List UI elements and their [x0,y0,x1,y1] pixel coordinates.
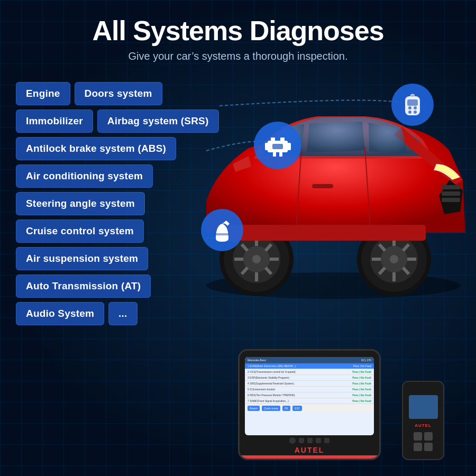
quick-erase-btn[interactable]: Quick erase [262,406,280,411]
autel-remote-device: AUTEL [402,381,444,460]
svg-point-23 [390,255,398,263]
ac-tag[interactable]: Air conditioning system [16,164,153,188]
remote-brand: AUTEL [415,423,432,428]
page-title: All Systems Diagnoses [0,16,476,46]
svg-rect-44 [407,99,418,106]
tags-container: Engine Doors system Immobilizer Airbag s… [16,82,219,325]
ok-btn[interactable]: OK [282,406,290,411]
autel-device: Mercedes-Benz VCL 270 1 ECM(Motor Electr… [238,349,386,465]
svg-rect-3 [442,185,460,189]
svg-point-47 [408,111,411,114]
svg-rect-39 [273,152,276,157]
tag-row-9: Audio System ... [16,302,219,325]
remote-btn-1[interactable] [414,432,422,441]
engine-tag[interactable]: Engine [16,82,70,105]
screen-row-2: 2 VGS(Transmission control for 9-speed) … [245,369,374,375]
home-btn[interactable] [289,437,296,444]
svg-point-11 [252,255,261,263]
remote-buttons [409,432,437,451]
svg-rect-4 [442,191,460,196]
screen-row-5: 5 IC(Instrument cluster) Pass | No Fault [245,387,374,392]
svg-rect-36 [287,143,291,150]
cruise-tag[interactable]: Cruise control system [16,219,144,243]
screen-row-1: 1 ECM(Motor Electronics (ME) MED40...) P… [245,363,374,369]
abs-tag[interactable]: Antilock brake system (ABS) [16,137,176,160]
tag-row-6: Cruise control system [16,219,219,243]
tag-row-1: Engine Doors system [16,82,219,105]
svg-rect-42 [215,233,230,235]
svg-rect-32 [222,225,426,241]
main-content: All Systems Diagnoses Give your car’s sy… [0,0,476,476]
screen-row-3: 3 ESP(Electronic Stability Program) Pass… [245,375,374,381]
suspension-tag[interactable]: Air suspension system [16,247,148,270]
svg-rect-40 [279,152,282,157]
svg-point-45 [408,106,411,109]
audio-tag[interactable]: Audio System [16,302,104,325]
transmission-tag[interactable]: Auto Transmission (AT) [16,274,151,298]
remote-screen [409,395,438,419]
steering-tag[interactable]: Steering angle system [16,192,145,215]
svg-point-48 [414,111,417,114]
esc-btn[interactable]: ESC [292,406,302,411]
immobilizer-tag[interactable]: Immobilizer [16,109,93,133]
screen-row-7: 7 SAMF(Front Signal Acquisition...) Pass… [245,398,374,404]
tag-row-8: Auto Transmission (AT) [16,274,219,298]
svg-rect-33 [312,184,333,188]
remote-btn-2[interactable] [424,432,433,441]
engine-icon-circle [254,122,301,169]
screen-row-4: 4 SRS(Supplemental Restraint System) Pas… [245,381,374,387]
key-icon-circle [391,84,434,126]
nav-btn-1[interactable] [299,438,304,443]
nav-btn-4[interactable] [324,438,329,443]
airbag-tag[interactable]: Airbag system (SRS) [97,109,219,133]
device-body: Mercedes-Benz VCL 270 1 ECM(Motor Electr… [238,349,381,460]
oil-icon-circle [201,209,243,251]
tag-row-4: Air conditioning system [16,164,219,188]
svg-rect-35 [265,143,269,150]
tag-row-2: Immobilizer Airbag system (SRS) [16,109,219,133]
tag-row-7: Air suspension system [16,247,219,270]
more-tag[interactable]: ... [108,302,137,325]
tag-row-3: Antilock brake system (ABS) [16,137,219,160]
svg-rect-38 [280,138,285,142]
remote-btn-3[interactable] [414,443,422,451]
nav-btn-3[interactable] [316,438,321,443]
device-screen-header: Mercedes-Benz VCL 270 [245,357,374,363]
device-screen: Mercedes-Benz VCL 270 1 ECM(Motor Electr… [245,357,374,435]
svg-point-46 [414,106,417,109]
report-btn[interactable]: Report [248,406,260,411]
doors-tag[interactable]: Doors system [75,82,162,105]
svg-rect-41 [272,144,283,149]
screen-row-6: 6 RDK(Tire Pressure Monitor TPM/RDK) Pas… [245,392,374,398]
remote-btn-4[interactable] [424,443,433,451]
svg-rect-37 [271,138,275,142]
device-brand-label: AUTEL [295,446,325,454]
svg-rect-5 [442,198,460,202]
nav-btn-2[interactable] [307,438,313,443]
tag-row-5: Steering angle system [16,192,219,215]
